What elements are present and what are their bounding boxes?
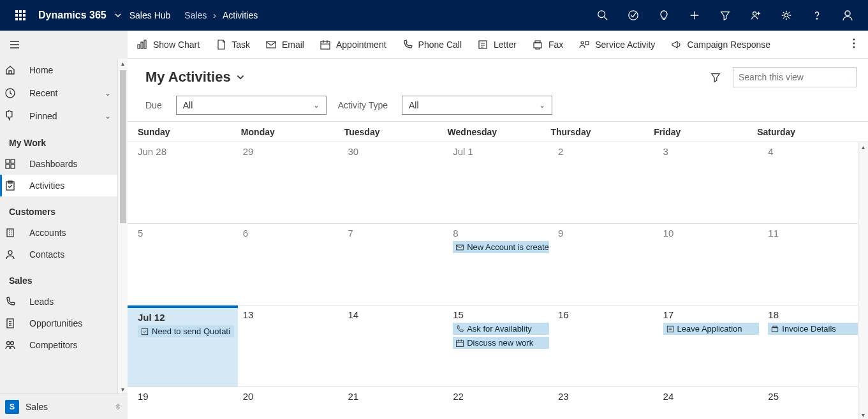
day-number: 8 (453, 228, 549, 239)
calendar-day[interactable]: 21 (342, 387, 448, 419)
nav-opportunities[interactable]: Opportunities (0, 312, 117, 334)
area-badge: S (5, 400, 19, 414)
calendar-scrollbar[interactable]: ▴ ▾ (858, 142, 868, 419)
event-item[interactable]: Need to send Quotati (138, 325, 234, 337)
app-launcher[interactable] (5, 0, 36, 31)
calendar-day[interactable]: 14 (342, 305, 448, 386)
cmd-fax[interactable]: Fax (532, 39, 563, 50)
nav-contacts[interactable]: Contacts (0, 244, 117, 265)
view-selector[interactable]: My Activities (145, 69, 245, 85)
cmd-email[interactable]: Email (265, 39, 304, 50)
calendar-day[interactable]: 8 New Account is create (448, 224, 553, 305)
breadcrumb-root[interactable]: Sales (184, 10, 207, 20)
nav-recent[interactable]: Recent ⌄ (0, 82, 117, 105)
nav-home[interactable]: Home (0, 59, 117, 82)
help-button[interactable] (802, 0, 832, 31)
event-item[interactable]: Discuss new work (453, 337, 549, 349)
calendar-day[interactable]: 19 (128, 387, 238, 419)
calendar-day[interactable]: 17 Leave Application (658, 305, 763, 386)
advanced-find-button[interactable] (710, 0, 740, 31)
svg-rect-7 (6, 159, 10, 163)
calendar-day[interactable]: 3 (658, 142, 763, 223)
assistant-button[interactable] (649, 0, 679, 31)
nav-leads[interactable]: Leads (0, 291, 117, 312)
brand-title[interactable]: Dynamics 365 (38, 10, 107, 21)
calendar-day[interactable]: 24 (658, 387, 763, 419)
search-box[interactable] (733, 67, 857, 87)
account-button[interactable] (832, 0, 863, 31)
calendar-day[interactable]: 4 (763, 142, 868, 223)
filter-button[interactable] (705, 66, 726, 88)
calendar-day[interactable]: 30 (342, 142, 448, 223)
nav-competitors[interactable]: Competitors (0, 334, 117, 356)
nav-pinned[interactable]: Pinned ⌄ (0, 105, 117, 128)
filter-icon (719, 10, 731, 21)
cmd-phonecall[interactable]: Phone Call (402, 39, 462, 50)
event-item[interactable]: Ask for Availablity (453, 323, 549, 335)
svg-rect-10 (11, 165, 15, 168)
person-icon (841, 9, 854, 22)
help-icon (811, 10, 823, 21)
settings-button[interactable] (771, 0, 802, 31)
view-header: My Activities (128, 59, 868, 93)
calendar-day[interactable]: 5 (128, 224, 238, 305)
calendar-day[interactable]: 20 (238, 387, 343, 419)
breadcrumb-current[interactable]: Activities (223, 10, 258, 20)
calendar-day[interactable]: 7 (342, 224, 448, 305)
svg-rect-26 (585, 41, 589, 45)
chevron-down-icon[interactable] (114, 11, 122, 19)
day-number: Jul 1 (453, 146, 549, 157)
event-item[interactable]: Invoice Details (768, 323, 864, 335)
search-button[interactable] (587, 0, 618, 31)
activity-type-label: Activity Type (338, 100, 388, 110)
calendar-day[interactable]: 10 (658, 224, 763, 305)
nav-dashboards[interactable]: Dashboards (0, 153, 117, 175)
nav-accounts[interactable]: Accounts (0, 222, 117, 244)
nav-activities[interactable]: Activities (0, 175, 117, 196)
svg-point-29 (853, 47, 855, 48)
updown-icon: ⇳ (115, 402, 121, 411)
calendar-day[interactable]: 9 (553, 224, 658, 305)
calendar-day[interactable]: 22 (448, 387, 553, 419)
new-button[interactable] (679, 0, 710, 31)
sidebar-toggle[interactable] (0, 31, 128, 59)
sidebar-scrollbar[interactable]: ▴ ▾ (117, 59, 128, 393)
cmd-overflow[interactable] (849, 38, 859, 50)
area-switcher[interactable]: S Sales ⇳ (0, 393, 128, 419)
cmd-showchart[interactable]: Show Chart (136, 39, 200, 50)
due-dropdown[interactable]: All ⌄ (176, 96, 327, 115)
event-item[interactable]: New Account is create (453, 241, 549, 253)
cmd-serviceactivity[interactable]: Service Activity (578, 39, 655, 50)
calendar-day[interactable]: 11 (763, 224, 868, 305)
calendar-day[interactable]: 29 (238, 142, 343, 223)
clipboard-check-icon (4, 180, 16, 191)
calendar-day[interactable]: Jul 1 (448, 142, 553, 223)
calendar-day[interactable]: 23 (553, 387, 658, 419)
cmd-fax-label: Fax (548, 40, 563, 50)
calendar-day[interactable]: 15 Ask for Availablity Discuss new work (448, 305, 553, 386)
scrollbar-thumb[interactable] (120, 70, 126, 223)
calendar-day[interactable]: 18 Invoice Details (763, 305, 868, 386)
search-input[interactable] (739, 72, 850, 82)
task-flow-button[interactable] (618, 0, 649, 31)
calendar-day[interactable]: 16 (553, 305, 658, 386)
app-name[interactable]: Sales Hub (129, 10, 171, 20)
activity-type-dropdown[interactable]: All ⌄ (402, 96, 552, 115)
dayheader-wed: Wednesday (445, 127, 548, 137)
cmd-campaignresponse-label: Campaign Response (687, 40, 770, 50)
cmd-campaignresponse[interactable]: Campaign Response (670, 39, 770, 50)
calendar-day[interactable]: 25 (763, 387, 868, 419)
calendar-day[interactable]: Jun 28 (128, 142, 238, 223)
svg-rect-17 (138, 45, 140, 48)
calendar-day[interactable]: 6 (238, 224, 343, 305)
calendar-day[interactable]: 2 (553, 142, 658, 223)
relationship-assistant-button[interactable] (740, 0, 771, 31)
cmd-letter[interactable]: Letter (477, 39, 517, 50)
calendar-day[interactable]: 13 (238, 305, 343, 386)
cmd-task[interactable]: Task (215, 39, 250, 50)
event-item[interactable]: Leave Application (663, 323, 760, 335)
hamburger-icon (9, 39, 20, 50)
calendar-grid: Jun 28 29 30 Jul 1 2 3 4 5 6 7 8 New Acc… (128, 142, 868, 419)
calendar-day-today[interactable]: Jul 12 Need to send Quotati (128, 305, 238, 386)
cmd-appointment[interactable]: Appointment (320, 39, 386, 50)
